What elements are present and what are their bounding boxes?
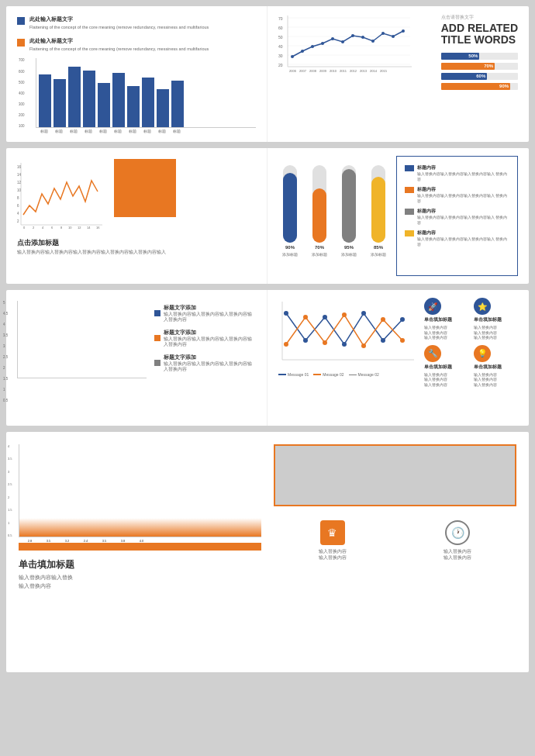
svg-point-69 xyxy=(381,317,385,322)
wave-legend-3: Message 02 xyxy=(349,372,379,377)
prog-label-1: 50% xyxy=(468,53,478,60)
wi-icon-4: 💡 xyxy=(474,345,491,362)
wave-line-2 xyxy=(313,374,321,375)
wave-legend-2: Message 02 xyxy=(313,372,343,377)
bar-7 xyxy=(127,86,140,127)
bar-1 xyxy=(39,74,51,128)
slide1-right-content: 70 60 50 40 30 20 xyxy=(278,14,518,93)
slide4-y-axis: 4 3.5 3 2.5 2 1.5 1 0.5 xyxy=(8,444,12,537)
thermo-pct-1: 90% xyxy=(285,245,295,250)
svg-text:6: 6 xyxy=(17,204,19,208)
svg-text:30: 30 xyxy=(278,54,283,58)
svg-text:2014: 2014 xyxy=(370,69,378,72)
big-title[interactable]: ADD RELATEDTITLE WORDS xyxy=(441,22,518,47)
wave-legend: Message 01 Message 02 Message 02 xyxy=(278,372,418,377)
bar-8 xyxy=(142,78,154,127)
prog-bg-2: 70% xyxy=(441,63,518,70)
bar-4 xyxy=(83,71,95,127)
svg-point-66 xyxy=(323,340,327,345)
bar-chart-wrapper: 700 600 500 400 300 200 100 xyxy=(36,58,256,133)
svg-text:2006: 2006 xyxy=(289,69,297,72)
bar-9 xyxy=(157,89,169,127)
bar-3 xyxy=(68,67,81,127)
line-chart-svg: 70 60 50 40 30 20 xyxy=(278,14,414,72)
prog-bg-4: 90% xyxy=(441,83,518,90)
thermo-1: 90% 添加标题 xyxy=(278,165,302,257)
svg-point-64 xyxy=(284,342,288,347)
wi-desc-4: 输入替换内容输入替换内容输入替换内容 xyxy=(474,372,519,388)
hbar-lt-1: 标题文字添加 输入替换内容输入替换内容输入替换内容输入替换内容 xyxy=(164,304,256,323)
slide2-right: 90% 添加标题 70% 添加标题 95% 添加标题 xyxy=(268,148,529,284)
wi-3: 🔧 单击填加标题 输入替换内容输入替换内容输入替换内容 xyxy=(424,345,469,388)
legend-box-orange xyxy=(17,39,25,47)
slide-3: 5 4.5 4 3.5 3 2.5 2 1.5 1 0.5 xyxy=(6,290,529,426)
svg-point-25 xyxy=(402,29,405,33)
svg-text:2: 2 xyxy=(17,219,19,223)
wi-title-4: 单击填加标题 xyxy=(474,364,519,371)
svg-text:14: 14 xyxy=(87,226,91,229)
wi-desc-3: 输入替换内容输入替换内容输入替换内容 xyxy=(424,372,469,388)
hbar-inner xyxy=(17,301,147,378)
slide2-title[interactable]: 点击添加标题 xyxy=(17,238,256,248)
s4-icon-2: 🕐 输入替换内容输入替换内容 xyxy=(399,520,517,561)
svg-point-23 xyxy=(381,32,385,35)
bar-chart-inner xyxy=(36,58,256,128)
hbar-legend-2: 标题文字添加 输入替换内容输入替换内容输入替换内容输入替换内容 xyxy=(154,329,256,347)
hbar-legend: 标题文字添加 输入替换内容输入替换内容输入替换内容输入替换内容 标题文字添加 输… xyxy=(154,301,256,378)
legend-list: 标题内容 输入替换内容输入替换内容输入替换内容输入 替换内容 标题内容 输入替换… xyxy=(396,156,518,276)
slide3-left: 5 4.5 4 3.5 3 2.5 2 1.5 1 0.5 xyxy=(6,290,268,426)
svg-point-59 xyxy=(323,315,327,319)
s4-icon-shape-2: 🕐 xyxy=(445,520,470,545)
svg-point-58 xyxy=(303,338,308,343)
slide2-left: 16 14 12 10 8 6 4 2 0 2 4 6 8 1 xyxy=(6,148,268,284)
svg-point-17 xyxy=(321,42,324,45)
thermo-3: 95% 添加标题 xyxy=(337,165,361,257)
slide2-line-chart: 16 14 12 10 8 6 4 2 0 2 4 6 8 1 xyxy=(17,159,106,232)
thermo-tag-1: 添加标题 xyxy=(278,252,302,257)
wi-4: 💡 单击填加标题 输入替换内容输入替换内容输入替换内容 xyxy=(474,345,519,388)
svg-text:16: 16 xyxy=(96,226,100,229)
thermo-track-2 xyxy=(312,165,326,243)
hbar-lt-3: 标题文字添加 输入替换内容输入替换内容输入替换内容输入替换内容 xyxy=(164,354,256,372)
wi-icon-3: 🔧 xyxy=(424,345,441,362)
wi-icon-2: ⭐ xyxy=(474,298,491,315)
bar-5 xyxy=(98,83,110,128)
thermo-pct-3: 95% xyxy=(344,245,354,250)
slide4-title[interactable]: 单击填加标题 xyxy=(19,558,261,571)
orange-bottom-bar xyxy=(19,543,261,551)
click-replace-label[interactable]: 点击请替换文字 xyxy=(441,14,518,21)
thermo-container: 90% 添加标题 70% 添加标题 95% 添加标题 xyxy=(278,156,390,257)
thermo-2: 70% 添加标题 xyxy=(308,165,331,257)
svg-text:2015: 2015 xyxy=(380,69,388,72)
hbar-lb-1 xyxy=(154,310,160,316)
wave-svg xyxy=(278,298,418,368)
ll-color-1 xyxy=(405,165,414,171)
svg-point-24 xyxy=(392,35,395,38)
svg-text:2007: 2007 xyxy=(299,69,307,72)
legend-item-1: 此处输入标题文字 Flattening of the concept of th… xyxy=(17,16,256,31)
slide1-left: 此处输入标题文字 Flattening of the concept of th… xyxy=(6,6,268,142)
wi-desc-2: 输入替换内容输入替换内容输入替换内容 xyxy=(474,325,519,340)
slide4-icons: ♛ 输入替换内容输入替换内容 🕐 输入替换内容输入替换内容 xyxy=(274,520,516,561)
svg-text:70: 70 xyxy=(278,16,283,21)
svg-text:4: 4 xyxy=(17,212,19,216)
slide-1: 此处输入标题文字 Flattening of the concept of th… xyxy=(6,6,529,142)
thermo-4: 85% 添加标题 xyxy=(367,165,390,257)
svg-text:10: 10 xyxy=(68,226,72,229)
bar-6 xyxy=(112,73,125,127)
hbar-legend-3: 标题文字添加 输入替换内容输入替换内容输入替换内容输入替换内容 xyxy=(154,354,256,372)
svg-text:2010: 2010 xyxy=(330,69,337,72)
svg-point-14 xyxy=(291,55,294,58)
s4-icon-text-2: 输入替换内容输入替换内容 xyxy=(444,548,471,561)
svg-text:2013: 2013 xyxy=(360,69,368,72)
wave-icons-right: 🚀 单击填加标题 输入替换内容输入替换内容输入替换内容 ⭐ 单击填加标题 输入替… xyxy=(424,298,518,387)
orange-rect xyxy=(114,159,176,217)
svg-text:12: 12 xyxy=(17,181,22,185)
ll-color-2 xyxy=(405,187,414,193)
slide2-line-svg: 16 14 12 10 8 6 4 2 0 2 4 6 8 1 xyxy=(17,159,106,229)
thermo-tag-4: 添加标题 xyxy=(367,252,390,257)
thermo-fill-3 xyxy=(342,169,356,243)
svg-text:6: 6 xyxy=(51,226,54,229)
svg-text:20: 20 xyxy=(278,63,283,67)
bar-2 xyxy=(54,79,66,127)
